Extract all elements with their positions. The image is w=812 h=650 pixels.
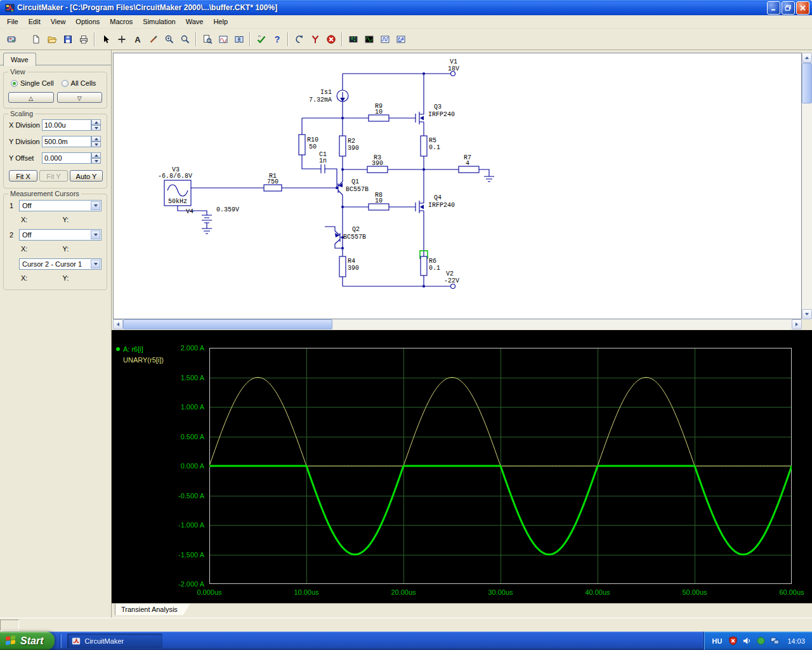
- y-division-spin-up[interactable]: [91, 136, 101, 142]
- radio-single-cell[interactable]: Single Cell: [11, 79, 54, 87]
- horizontal-scroll-thumb[interactable]: [123, 319, 332, 329]
- schematic-canvas[interactable]: V1 18V Is1 7.32mA R9: [114, 53, 801, 319]
- resistor-r6[interactable]: R6 0.1: [420, 251, 440, 275]
- taskbar-item-circuitmaker[interactable]: CircuitMaker: [67, 633, 162, 648]
- logic-analyzer-display-button[interactable]: [393, 31, 409, 47]
- oscilloscope-display-button[interactable]: [361, 31, 377, 47]
- resistor-r8[interactable]: R8 10: [369, 192, 389, 210]
- status-green-icon[interactable]: [756, 636, 766, 646]
- reset-simulation-button[interactable]: [291, 31, 307, 47]
- waveforms-window-button[interactable]: [215, 31, 231, 47]
- restore-button[interactable]: [782, 1, 795, 15]
- resistor-r7[interactable]: R7 4: [459, 154, 479, 173]
- cursor1-y-label: Y:: [62, 216, 69, 223]
- tile-windows-button[interactable]: [231, 31, 247, 47]
- battery-v4[interactable]: V4 0.359V: [186, 206, 239, 223]
- menu-simulation[interactable]: Simulation: [138, 15, 180, 28]
- current-source-is1[interactable]: Is1 7.32mA: [309, 89, 348, 103]
- resistor-r2[interactable]: R2 390: [339, 136, 359, 156]
- ground-symbol-r7: [484, 176, 494, 182]
- part-browser-button[interactable]: [3, 31, 19, 47]
- schematic-horizontal-scrollbar[interactable]: [113, 319, 802, 329]
- x-tick-label: 20.00us: [378, 588, 429, 596]
- volume-icon[interactable]: [742, 636, 752, 646]
- r6-value-label: 0.1: [429, 265, 440, 272]
- cell-up-button[interactable]: △: [8, 92, 54, 103]
- resistor-r10[interactable]: R10 50: [299, 135, 318, 155]
- menu-file[interactable]: File: [2, 15, 23, 28]
- start-button[interactable]: Start: [0, 632, 55, 650]
- transistor-q2[interactable]: Q2 BC557B: [335, 226, 366, 244]
- menu-view[interactable]: View: [46, 15, 71, 28]
- run-simulation-button[interactable]: [253, 31, 269, 47]
- x-division-spin-down[interactable]: [91, 125, 101, 131]
- cursor1-select[interactable]: Off: [19, 200, 102, 211]
- tab-transient-analysis[interactable]: Transient Analysis: [115, 604, 190, 615]
- delete-tool-button[interactable]: [145, 31, 161, 47]
- zoom-tool-button[interactable]: [177, 31, 193, 47]
- resistor-r3[interactable]: R3 390: [367, 154, 388, 173]
- resistor-r9[interactable]: R9 10: [369, 103, 389, 121]
- vertical-scroll-thumb[interactable]: [802, 63, 812, 103]
- menu-wave[interactable]: Wave: [181, 15, 209, 28]
- voltage-terminal-v1[interactable]: V1 18V: [448, 58, 459, 76]
- legend-series-2[interactable]: UNARY(r5[i]): [116, 354, 164, 365]
- legend-series-1[interactable]: A: r6[i]: [116, 343, 164, 354]
- seven-segment-display-button[interactable]: [345, 31, 361, 47]
- capacitor-c1[interactable]: C1 1n: [319, 151, 327, 173]
- fit-x-button[interactable]: Fit X: [9, 170, 37, 182]
- cursor-difference-select[interactable]: Cursor 2 - Cursor 1: [19, 258, 102, 270]
- wire-tool-button[interactable]: [114, 31, 129, 47]
- y-offset-spinner: [91, 152, 101, 164]
- svg-text:?: ?: [274, 34, 280, 44]
- y-division-input[interactable]: 500.0m: [42, 136, 91, 147]
- x-division-input[interactable]: 10.00u: [42, 119, 91, 131]
- y-division-spin-down[interactable]: [91, 142, 101, 147]
- print-button[interactable]: [75, 31, 91, 47]
- cursor2-select[interactable]: Off: [19, 229, 102, 241]
- scroll-left-arrow[interactable]: [113, 319, 123, 329]
- minimize-button[interactable]: [767, 1, 780, 15]
- resistor-r5[interactable]: R5 0.1: [421, 136, 440, 156]
- y-offset-spin-down[interactable]: [91, 158, 101, 164]
- signal-source-v3[interactable]: 50kHz V3 -6.8/6.8V: [158, 166, 192, 206]
- auto-y-button[interactable]: Auto Y: [70, 170, 103, 182]
- zoom-in-tool-button[interactable]: [161, 31, 177, 47]
- part-search-button[interactable]: [199, 31, 215, 47]
- x-division-spin-up[interactable]: [91, 119, 101, 125]
- menu-macros[interactable]: Macros: [105, 15, 138, 28]
- scroll-up-arrow[interactable]: [802, 53, 812, 63]
- radio-all-cells[interactable]: All Cells: [62, 79, 96, 87]
- new-file-button[interactable]: [28, 31, 44, 47]
- scroll-right-arrow[interactable]: [792, 319, 802, 329]
- chart-window-icon: [218, 34, 228, 44]
- probe-tool-button[interactable]: [307, 31, 323, 47]
- selection-tool-button[interactable]: [98, 31, 114, 47]
- tab-wave[interactable]: Wave: [3, 53, 36, 66]
- open-file-button[interactable]: [44, 31, 60, 47]
- scroll-down-arrow[interactable]: [802, 309, 812, 319]
- voltage-terminal-v2[interactable]: V2 -22V: [444, 270, 459, 289]
- r6-name-label: R6: [429, 258, 436, 265]
- cell-down-button[interactable]: ▽: [57, 92, 103, 103]
- menu-edit[interactable]: Edit: [23, 15, 46, 28]
- resistor-r4[interactable]: R4 390: [339, 256, 359, 277]
- save-file-button[interactable]: [60, 31, 75, 47]
- signal-waveform-display-button[interactable]: [377, 31, 393, 47]
- security-shield-icon[interactable]: [728, 636, 738, 646]
- menu-options[interactable]: Options: [70, 15, 105, 28]
- stop-simulation-button[interactable]: [323, 31, 339, 47]
- fit-y-button[interactable]: Fit Y: [39, 170, 68, 182]
- network-icon[interactable]: [770, 636, 780, 646]
- waveform-canvas[interactable]: [209, 348, 792, 584]
- language-indicator[interactable]: HU: [712, 637, 723, 645]
- close-button[interactable]: [796, 1, 809, 15]
- y-offset-spin-up[interactable]: [91, 152, 101, 158]
- cursor-arrow-icon: [101, 34, 111, 44]
- resistor-r1[interactable]: R1 750: [264, 173, 282, 191]
- text-tool-button[interactable]: A: [129, 31, 145, 47]
- schematic-vertical-scrollbar[interactable]: [802, 53, 812, 319]
- menu-help[interactable]: Help: [208, 15, 233, 28]
- y-offset-input[interactable]: 0.000: [42, 152, 91, 164]
- help-button[interactable]: ?: [269, 31, 285, 47]
